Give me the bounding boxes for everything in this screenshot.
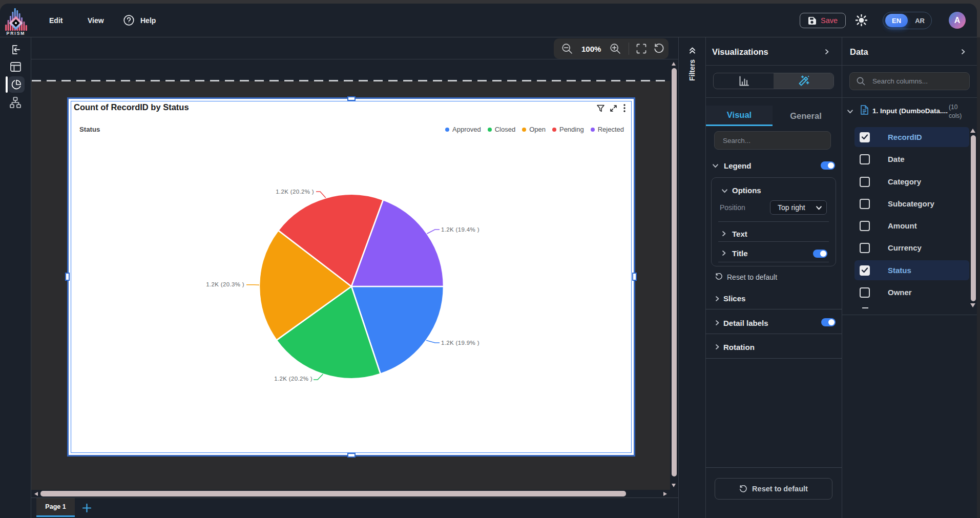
svg-text:1.2K (20.2% ): 1.2K (20.2% ) xyxy=(276,189,314,195)
svg-text:1.2K (19.9% ): 1.2K (19.9% ) xyxy=(441,340,479,346)
svg-text:1.2K (19.4% ): 1.2K (19.4% ) xyxy=(441,226,479,233)
svg-text:1.2K (20.3% ): 1.2K (20.3% ) xyxy=(206,281,244,287)
svg-text:PRISM: PRISM xyxy=(7,31,26,35)
svg-text:1.2K (20.2% ): 1.2K (20.2% ) xyxy=(274,376,312,382)
